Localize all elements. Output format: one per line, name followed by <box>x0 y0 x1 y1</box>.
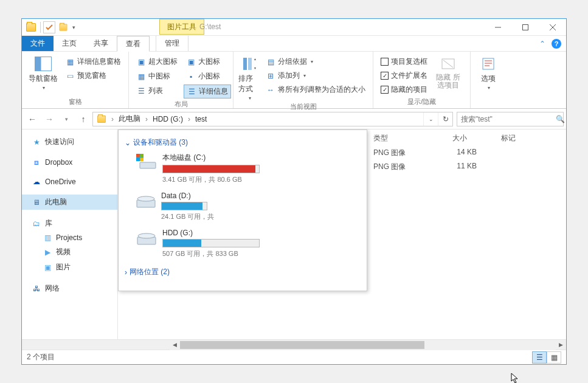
context-tab-picture-tools[interactable]: 图片工具 <box>159 19 204 35</box>
tab-share[interactable]: 共享 <box>85 36 117 51</box>
qat-customize-dropdown[interactable]: ▾ <box>72 24 78 30</box>
layout-large-icons[interactable]: ▣大图标 <box>184 55 231 68</box>
library-icon: 🗂 <box>32 219 41 228</box>
details-pane-button[interactable]: ▦详细信息窗格 <box>63 55 123 68</box>
tree-network[interactable]: 🖧网络 <box>22 281 117 296</box>
layout-medium-icons[interactable]: ▦中图标 <box>134 70 180 83</box>
drive-icon <box>136 229 157 246</box>
status-bar: 2 个项目 ☰ ▦ <box>22 350 566 364</box>
search-icon: 🔍 <box>556 115 565 123</box>
tree-quick-access[interactable]: ★快速访问 <box>22 134 117 150</box>
close-button[interactable] <box>539 19 566 36</box>
expand-chevron-icon: › <box>125 268 127 277</box>
search-input[interactable] <box>461 115 552 123</box>
sort-by-button[interactable]: 排序方式▾ <box>238 54 260 101</box>
svg-point-20 <box>138 233 155 238</box>
svg-rect-10 <box>483 58 494 69</box>
drive-usage-bar <box>162 165 260 173</box>
collapse-chevron-icon: ⌄ <box>125 139 131 147</box>
svg-rect-14 <box>140 154 144 157</box>
recent-locations-dropdown[interactable]: ▾ <box>58 111 74 127</box>
tab-manage[interactable]: 管理 <box>156 36 189 51</box>
tree-onedrive[interactable]: ☁OneDrive <box>22 175 117 188</box>
hidden-items-toggle[interactable]: ✓隐藏的项目 <box>378 83 430 96</box>
qat-properties-button[interactable] <box>43 21 55 33</box>
col-tags[interactable]: 标记 <box>501 133 516 143</box>
layout-list[interactable]: ☰列表 <box>134 85 180 97</box>
tab-home[interactable]: 主页 <box>54 36 85 51</box>
tree-lib-projects[interactable]: ▥Projects <box>22 231 117 244</box>
svg-point-18 <box>137 196 154 201</box>
drive-free-text: 507 GB 可用，共 833 GB <box>162 249 294 258</box>
help-button[interactable]: ? <box>552 39 561 49</box>
ribbon-group-show-hide-label: 显示/隐藏 <box>378 96 465 108</box>
file-extensions-toggle[interactable]: ✓文件扩展名 <box>378 69 430 82</box>
options-button[interactable]: 选项▾ <box>476 54 501 91</box>
group-devices-header[interactable]: ⌄ 设备和驱动器 (3) <box>125 135 361 153</box>
ribbon-tabs: 文件 主页 共享 查看 管理 ⌃ ? <box>22 36 566 52</box>
star-icon: ★ <box>32 138 41 147</box>
tab-view[interactable]: 查看 <box>117 36 150 52</box>
add-columns-button[interactable]: ⊞添加列▾ <box>263 69 368 82</box>
doc-icon: ▥ <box>43 233 52 242</box>
preview-pane-button[interactable]: ▭预览窗格 <box>63 69 123 82</box>
breadcrumb-root[interactable]: 此电脑 <box>115 112 144 126</box>
svg-rect-11 <box>140 162 156 168</box>
drive-name: 本地磁盘 (C:) <box>162 153 294 163</box>
view-details-button[interactable]: ☰ <box>532 351 547 364</box>
drive-name: Data (D:) <box>161 191 214 200</box>
item-checkboxes-toggle[interactable]: 项目复选框 <box>378 55 430 68</box>
tree-lib-pictures[interactable]: ▣图片 <box>22 260 117 275</box>
maximize-button[interactable] <box>511 19 539 36</box>
group-network-header[interactable]: › 网络位置 (2) <box>125 264 361 282</box>
svg-rect-5 <box>35 57 41 71</box>
up-button[interactable]: ↑ <box>75 111 91 127</box>
layout-extra-large-icons[interactable]: ▣超大图标 <box>134 55 180 68</box>
horizontal-scrollbar[interactable]: ◀ ▶ <box>22 339 566 350</box>
svg-rect-16 <box>140 158 144 162</box>
ribbon-collapse-chevron[interactable]: ⌃ <box>539 40 545 48</box>
svg-rect-15 <box>136 158 140 162</box>
hide-selected-button[interactable]: 隐藏 所选项目 <box>434 54 463 89</box>
breadcrumb-folder[interactable]: test <box>192 112 210 126</box>
svg-rect-6 <box>243 58 247 70</box>
address-dropdown[interactable]: ⌄ <box>423 112 438 126</box>
drive-item[interactable]: 本地磁盘 (C:)3.41 GB 可用，共 80.6 GB <box>136 153 294 184</box>
col-type[interactable]: 类型 <box>373 133 388 143</box>
forward-button[interactable]: → <box>41 111 57 127</box>
size-columns-button[interactable]: ↔将所有列调整为合适的大小 <box>263 83 368 96</box>
search-box[interactable]: 🔍 <box>457 112 564 126</box>
layout-details[interactable]: ☰详细信息 <box>184 85 231 98</box>
drive-item[interactable]: HDD (G:)507 GB 可用，共 833 GB <box>136 229 294 258</box>
drive-usage-bar <box>161 202 207 210</box>
breadcrumb-drive[interactable]: HDD (G:) <box>149 112 187 126</box>
tree-libraries[interactable]: 🗂库 <box>22 216 117 231</box>
qat-new-folder-button[interactable] <box>57 21 70 34</box>
minimize-button[interactable] <box>484 19 511 36</box>
address-bar[interactable]: › 此电脑 › HDD (G:) › test ⌄ ↻ <box>92 112 453 126</box>
status-item-count: 2 个项目 <box>27 352 55 362</box>
col-size[interactable]: 大小 <box>452 133 467 143</box>
folder-icon <box>24 21 38 34</box>
tree-dropbox[interactable]: ⧈Dropbox <box>22 156 117 169</box>
drive-icon <box>136 191 156 209</box>
drive-item[interactable]: Data (D:)24.1 GB 可用，共 <box>136 191 196 221</box>
file-row[interactable]: PNG 图像11 KB <box>373 162 477 172</box>
tree-lib-videos[interactable]: ▶视频 <box>22 244 117 260</box>
drive-free-text: 3.41 GB 可用，共 80.6 GB <box>162 175 294 184</box>
navigation-pane-button[interactable]: 导航窗格▾ <box>27 54 59 91</box>
svg-line-9 <box>443 60 453 67</box>
drive-icon <box>136 153 157 170</box>
group-by-button[interactable]: ▤分组依据▾ <box>263 55 368 68</box>
refresh-button[interactable]: ↻ <box>438 112 452 126</box>
file-row[interactable]: PNG 图像14 KB <box>373 148 477 158</box>
cursor-icon <box>511 373 519 383</box>
navigation-row: ← → ▾ ↑ › 此电脑 › HDD (G:) › test ⌄ ↻ 🔍 <box>22 109 566 129</box>
drive-name: HDD (G:) <box>162 229 294 237</box>
network-icon: 🖧 <box>32 285 41 293</box>
layout-small-icons[interactable]: ▪小图标 <box>184 70 231 83</box>
view-large-icons-button[interactable]: ▦ <box>547 351 561 364</box>
back-button[interactable]: ← <box>24 111 40 127</box>
tab-file[interactable]: 文件 <box>22 36 54 51</box>
tree-this-pc[interactable]: 🖥此电脑 <box>22 195 117 210</box>
